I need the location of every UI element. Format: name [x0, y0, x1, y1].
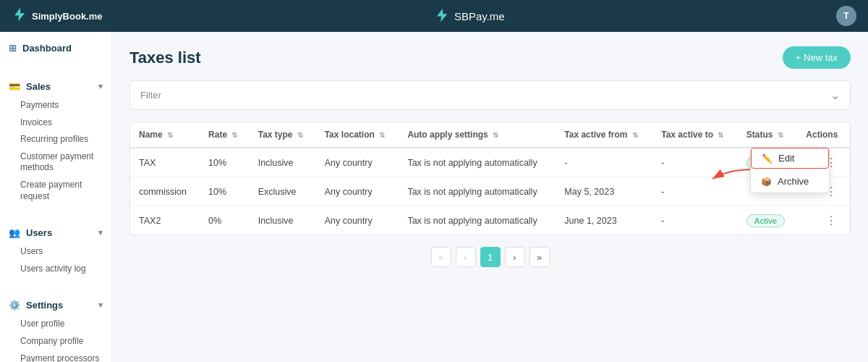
sales-icon: 💳 — [9, 81, 20, 92]
cell-type-0: Inclusive — [250, 148, 316, 177]
taxes-table-container: Name ⇅ Rate ⇅ Tax type ⇅ Tax location — [129, 122, 851, 235]
cell-location-0: Any country — [316, 148, 399, 177]
avatar-letter: T — [843, 11, 848, 21]
users-icon: 👥 — [9, 227, 20, 238]
cell-rate-1: 10% — [200, 177, 250, 206]
cell-to-2: - — [652, 206, 738, 235]
col-active-from[interactable]: Tax active from ⇅ — [556, 122, 652, 148]
edit-icon: ✏️ — [762, 153, 773, 164]
cell-type-2: Inclusive — [250, 206, 316, 235]
three-dots-menu-2[interactable]: ⋮ — [821, 213, 841, 228]
cell-location-2: Any country — [316, 206, 399, 235]
dashboard-icon: ⊞ — [9, 43, 17, 54]
sidebar-item-payments[interactable]: Payments — [20, 97, 111, 114]
cell-auto-0: Tax is not applying automatically — [399, 148, 556, 177]
user-avatar[interactable]: T — [836, 6, 856, 26]
cell-location-1: Any country — [316, 177, 399, 206]
sort-auto-icon: ⇅ — [493, 131, 498, 139]
col-actions: Actions — [797, 122, 850, 148]
sort-status-icon: ⇅ — [778, 131, 783, 139]
pagination-first[interactable]: « — [431, 247, 451, 267]
main-content: Taxes list + New tax Filter ⌄ Name ⇅ Rat… — [112, 32, 868, 362]
sidebar-section-settings[interactable]: ⚙️ Settings ▾ — [0, 295, 111, 316]
cell-to-1: - — [652, 177, 738, 206]
users-chevron-icon: ▾ — [98, 228, 103, 237]
col-auto-apply[interactable]: Auto apply settings ⇅ — [399, 122, 556, 148]
sort-from-icon: ⇅ — [632, 131, 638, 139]
table-body: TAX 10% Inclusive Any country Tax is not… — [130, 148, 850, 235]
dashboard-label: Dashboard — [22, 43, 72, 54]
cell-status-2: Active — [738, 206, 798, 235]
sidebar-item-customer-payment-methods[interactable]: Customer payment methods — [20, 148, 111, 177]
taxes-table: Name ⇅ Rate ⇅ Tax type ⇅ Tax location — [130, 122, 850, 235]
sidebar: ⊞ Dashboard 💳 Sales ▾ Payments Invoices … — [0, 32, 112, 362]
filter-bar[interactable]: Filter ⌄ — [129, 80, 851, 110]
page-header: Taxes list + New tax — [129, 46, 851, 69]
settings-chevron-icon: ▾ — [98, 300, 103, 310]
pagination-next[interactable]: › — [505, 247, 525, 267]
col-rate[interactable]: Rate ⇅ — [200, 122, 250, 148]
new-tax-button[interactable]: + New tax — [783, 46, 851, 69]
archive-label: Archive — [778, 176, 809, 187]
col-active-to[interactable]: Tax active to ⇅ — [652, 122, 738, 148]
sidebar-section-users[interactable]: 👥 Users ▾ — [0, 222, 111, 243]
brand-text: SBPay.me — [454, 10, 505, 22]
col-tax-location[interactable]: Tax location ⇅ — [316, 122, 399, 148]
sidebar-section-sales[interactable]: 💳 Sales ▾ — [0, 76, 111, 97]
cell-name-1: commission — [130, 177, 200, 206]
logo-icon — [12, 7, 27, 26]
cell-from-2: June 1, 2023 — [556, 206, 652, 235]
col-name[interactable]: Name ⇅ — [130, 122, 200, 148]
sidebar-item-users[interactable]: Users — [20, 243, 111, 261]
cell-name-0: TAX — [130, 148, 200, 177]
settings-label: Settings — [26, 300, 63, 311]
sidebar-item-users-activity-log[interactable]: Users activity log — [20, 261, 111, 278]
users-label: Users — [26, 227, 52, 238]
sidebar-item-recurring-profiles[interactable]: Recurring profiles — [20, 131, 111, 148]
users-submenu: Users Users activity log — [0, 243, 111, 277]
status-badge-2: Active — [746, 214, 785, 227]
pagination-page-1[interactable]: 1 — [480, 247, 501, 267]
cell-auto-1: Tax is not applying automatically — [399, 177, 556, 206]
dropdown-archive-button[interactable]: 📦 Archive — [751, 170, 829, 193]
sales-label: Sales — [26, 81, 51, 92]
settings-submenu: User profile Company profile Payment pro… — [0, 316, 111, 362]
pagination: « ‹ 1 › » — [129, 247, 851, 273]
actions-dropdown: ✏️ Edit 📦 Archive — [750, 147, 830, 193]
sidebar-item-create-payment-request[interactable]: Create payment request — [20, 177, 111, 205]
sort-name-icon: ⇅ — [167, 131, 173, 139]
cell-from-1: May 5, 2023 — [556, 177, 652, 206]
logo[interactable]: SimplyBook.me — [12, 7, 103, 26]
table-row: TAX2 0% Inclusive Any country Tax is not… — [130, 206, 850, 235]
cell-actions-2[interactable]: ⋮ — [797, 206, 850, 235]
pagination-prev[interactable]: ‹ — [456, 247, 476, 267]
table-row: commission 10% Exclusive Any country Tax… — [130, 177, 850, 206]
col-tax-type[interactable]: Tax type ⇅ — [250, 122, 316, 148]
sort-type-icon: ⇅ — [297, 131, 303, 139]
brand-icon — [434, 7, 450, 25]
cell-type-1: Exclusive — [250, 177, 316, 206]
top-navigation: SimplyBook.me SBPay.me T — [0, 0, 868, 32]
sidebar-item-payment-processors[interactable]: Payment processors — [20, 350, 111, 362]
table-header: Name ⇅ Rate ⇅ Tax type ⇅ Tax location — [130, 122, 850, 148]
cell-actions-1[interactable]: ⋮ ✏️ Edit 📦 Archive — [797, 177, 850, 206]
sales-submenu: Payments Invoices Recurring profiles Cus… — [0, 97, 111, 205]
cell-rate-2: 0% — [200, 206, 250, 235]
cell-rate-0: 10% — [200, 148, 250, 177]
col-status[interactable]: Status ⇅ — [738, 122, 798, 148]
cell-auto-2: Tax is not applying automatically — [399, 206, 556, 235]
sidebar-item-user-profile[interactable]: User profile — [20, 316, 111, 333]
dropdown-edit-button[interactable]: ✏️ Edit — [751, 148, 829, 169]
page-title: Taxes list — [129, 49, 201, 67]
pagination-last[interactable]: » — [529, 247, 550, 267]
sales-chevron-icon: ▾ — [98, 82, 103, 91]
edit-label: Edit — [778, 153, 794, 164]
archive-icon: 📦 — [761, 177, 772, 187]
filter-label: Filter — [140, 90, 161, 101]
table-row: TAX 10% Inclusive Any country Tax is not… — [130, 148, 850, 177]
sidebar-item-invoices[interactable]: Invoices — [20, 114, 111, 132]
sidebar-item-company-profile[interactable]: Company profile — [20, 333, 111, 350]
sidebar-item-dashboard[interactable]: ⊞ Dashboard — [0, 38, 111, 59]
cell-to-0: - — [652, 148, 738, 177]
app-brand: SBPay.me — [434, 7, 505, 25]
